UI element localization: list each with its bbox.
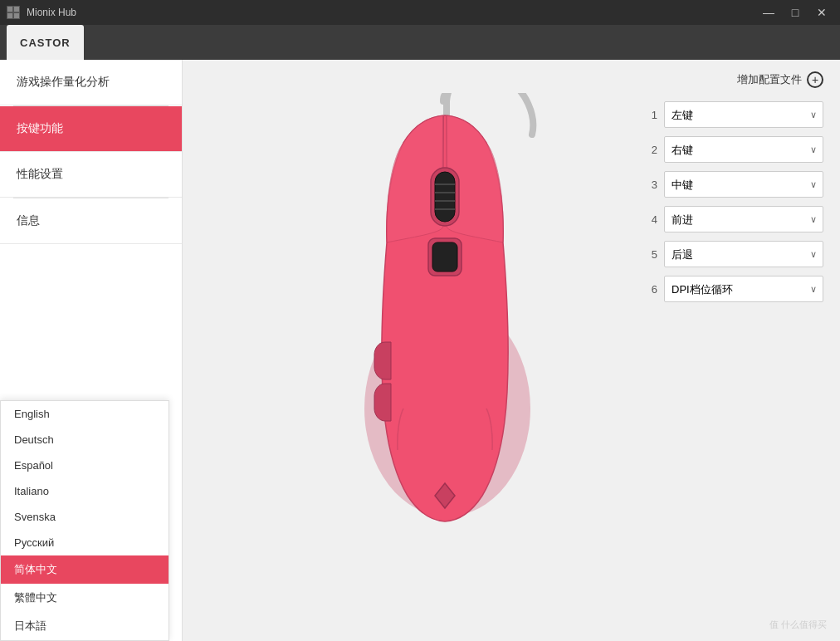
button-number-6: 6 [641,283,657,296]
button-select-3[interactable]: 左键 右键 中键 前进 后退 DPI档位循环 禁用 [664,171,823,198]
window-controls: — □ ✕ [757,4,833,21]
lang-option-italiano[interactable]: Italiano [1,478,168,504]
button-select-4[interactable]: 左键 右键 中键 前进 后退 DPI档位循环 禁用 [664,206,823,232]
add-icon: + [807,71,823,88]
button-number-2: 2 [641,144,657,156]
lang-option-deutsch[interactable]: Deutsch [1,427,168,453]
lang-option-russian[interactable]: Русский [1,530,168,555]
button-select-5[interactable]: 左键 右键 中键 前进 后退 DPI档位循环 禁用 [664,241,823,267]
button-row-6: 6 左键 右键 中键 前进 后退 DPI档位循环 禁用 [641,276,823,302]
button-row-2: 2 左键 右键 中键 前进 后退 DPI档位循环 禁用 [641,136,823,163]
svg-rect-3 [14,13,19,18]
maximize-button[interactable]: □ [784,4,807,21]
button-select-wrapper-6: 左键 右键 中键 前进 后退 DPI档位循环 禁用 [664,276,823,302]
add-profile-button[interactable]: 增加配置文件 + [737,71,823,88]
minimize-button[interactable]: — [757,4,780,21]
svg-rect-1 [14,7,19,12]
button-row-1: 1 左键 右键 中键 前进 后退 DPI档位循环 禁用 [641,101,823,128]
sidebar: 游戏操作量化分析 按键功能 性能设置 信息 English Deutsch Es… [0,60,183,641]
lang-option-espanol[interactable]: Español [1,453,168,478]
button-assignment-panel: 1 左键 右键 中键 前进 后退 DPI档位循环 禁用 2 [641,101,823,311]
language-dropdown: English Deutsch Español Italiano Svenska… [0,400,169,641]
button-select-6[interactable]: 左键 右键 中键 前进 后退 DPI档位循环 禁用 [664,276,823,302]
add-profile-label: 增加配置文件 [737,72,802,87]
button-select-2[interactable]: 左键 右键 中键 前进 后退 DPI档位循环 禁用 [664,136,823,163]
sidebar-item-button-func[interactable]: 按键功能 [0,106,182,152]
app-icon [7,6,20,19]
button-row-3: 3 左键 右键 中键 前进 后退 DPI档位循环 禁用 [641,171,823,198]
tab-castor[interactable]: CASTOR [7,25,84,60]
mouse-graphic [320,93,569,541]
main-layout: 游戏操作量化分析 按键功能 性能设置 信息 English Deutsch Es… [0,60,840,641]
button-select-1[interactable]: 左键 右键 中键 前进 后退 DPI档位循环 禁用 [664,101,823,128]
svg-rect-12 [432,242,457,272]
mouse-image-area [304,76,586,558]
button-number-1: 1 [641,109,657,121]
button-select-wrapper-1: 左键 右键 中键 前进 后退 DPI档位循环 禁用 [664,101,823,128]
sidebar-item-info[interactable]: 信息 [0,198,182,244]
button-row-4: 4 左键 右键 中键 前进 后退 DPI档位循环 禁用 [641,206,823,232]
lang-option-english[interactable]: English [1,401,168,427]
button-number-3: 3 [641,179,657,191]
title-bar-left: Mionix Hub [7,6,76,19]
button-row-5: 5 左键 右键 中键 前进 后退 DPI档位循环 禁用 [641,241,823,267]
lang-option-traditional-chinese[interactable]: 繁體中文 [1,584,168,612]
svg-rect-6 [435,172,455,222]
button-number-4: 4 [641,213,657,226]
button-select-wrapper-3: 左键 右键 中键 前进 后退 DPI档位循环 禁用 [664,171,823,198]
lang-option-simplified-chinese[interactable]: 简体中文 [1,555,168,584]
lang-option-japanese[interactable]: 日本語 [1,612,168,640]
content-area: 增加配置文件 + [183,60,840,641]
button-number-5: 5 [641,248,657,261]
watermark: 值 什么值得买 [769,619,827,631]
svg-rect-0 [7,7,12,12]
button-select-wrapper-5: 左键 右键 中键 前进 后退 DPI档位循环 禁用 [664,241,823,267]
sidebar-item-game-analysis[interactable]: 游戏操作量化分析 [0,60,182,105]
app-title: Mionix Hub [27,7,76,18]
sidebar-item-performance[interactable]: 性能设置 [0,152,182,198]
svg-rect-2 [7,13,12,18]
title-bar: Mionix Hub — □ ✕ [0,0,840,25]
tab-bar: CASTOR [0,25,840,60]
button-select-wrapper-2: 左键 右键 中键 前进 后退 DPI档位循环 禁用 [664,136,823,163]
close-button[interactable]: ✕ [810,4,833,21]
lang-option-svenska[interactable]: Svenska [1,504,168,530]
button-select-wrapper-4: 左键 右键 中键 前进 后退 DPI档位循环 禁用 [664,206,823,232]
